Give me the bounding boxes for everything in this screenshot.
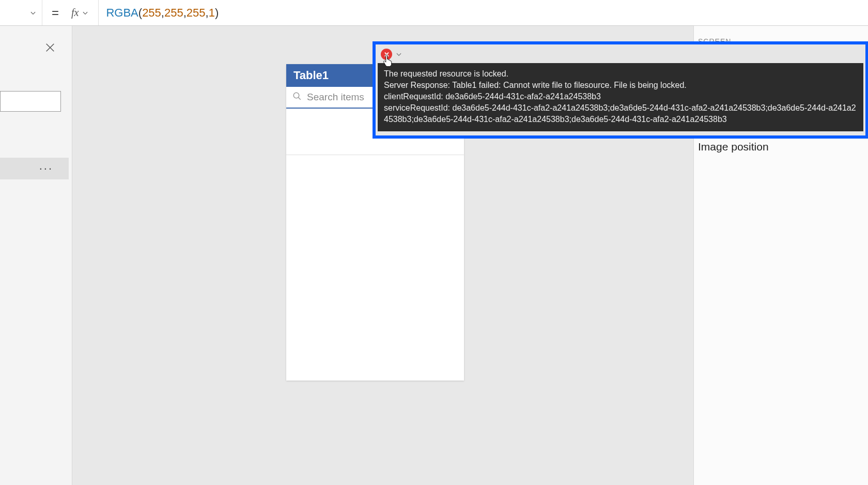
cursor-hand-icon [382, 54, 394, 67]
fx-button[interactable]: fx [68, 0, 99, 25]
close-panel-button[interactable] [43, 40, 57, 55]
search-icon [292, 92, 302, 103]
error-line: Server Response: Table1 failed: Cannot w… [384, 80, 857, 91]
tree-row-selected[interactable]: ··· [0, 158, 69, 179]
chevron-down-icon [29, 9, 37, 17]
formula-bar: = fx RGBA(255, 255, 255, 1) [0, 0, 868, 26]
formula-token-punc: ( [138, 6, 142, 20]
formula-token-num: 255 [187, 6, 206, 20]
chevron-down-icon [82, 9, 89, 17]
error-header: ✕ [378, 47, 863, 62]
formula-token-punc: ) [215, 6, 219, 20]
equals-sign: = [42, 6, 68, 20]
search-placeholder: Search items [307, 92, 364, 103]
more-icon[interactable]: ··· [39, 162, 53, 175]
fx-label: fx [71, 7, 79, 19]
formula-token-num: 255 [142, 6, 161, 20]
tree-panel: ··· [0, 26, 72, 485]
formula-token-num: 255 [164, 6, 183, 20]
tree-search-input[interactable] [0, 91, 61, 112]
formula-input[interactable]: RGBA(255, 255, 255, 1) [99, 0, 868, 25]
error-tooltip: ✕ The requested resource is locked. Serv… [373, 41, 868, 139]
error-message: The requested resource is locked. Server… [378, 63, 863, 131]
formula-token-fn: RGBA [106, 6, 138, 20]
gallery-title: Table1 [293, 69, 329, 82]
error-line: The requested resource is locked. [384, 68, 857, 80]
formula-token-num: 1 [209, 6, 215, 20]
svg-line-3 [298, 97, 301, 100]
error-line: clientRequestId: de3a6de5-244d-431c-afa2… [384, 91, 857, 102]
chevron-down-icon[interactable] [395, 51, 402, 58]
prop-image-position[interactable]: Image position [698, 141, 868, 153]
svg-point-2 [293, 93, 299, 98]
property-dropdown[interactable] [0, 0, 42, 25]
error-line: serviceRequestId: de3a6de5-244d-431c-afa… [384, 102, 857, 125]
